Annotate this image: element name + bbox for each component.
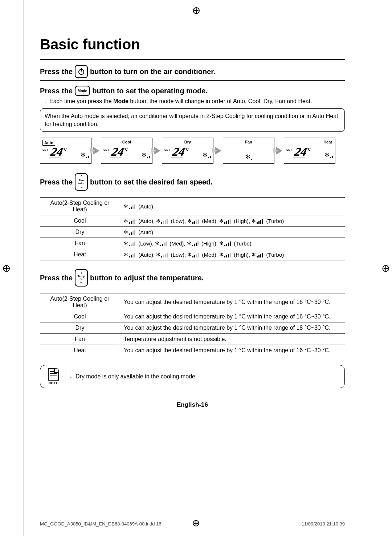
fan-speed-icon: ✻ [156, 252, 168, 257]
fan-button-icon: ⌃ Fan min. ⌄ [75, 173, 88, 191]
mode-card-label: Fan [245, 140, 252, 144]
table-row: CoolYou can adjust the desired temperatu… [40, 311, 345, 322]
step-power: Press the button to turn on the air cond… [40, 65, 345, 78]
title-underline [40, 59, 345, 60]
registration-mark-top: ⊕ [192, 4, 200, 16]
temp-button-icon: + Temp hr. − [75, 269, 88, 287]
table-row: Cool✻ (Auto), ✻ (Low), ✻ (Med), ✻ (High)… [40, 215, 345, 227]
note-text: Dry mode is only available in the coolin… [70, 373, 197, 380]
note-icon [48, 368, 59, 381]
fan-speed-icon: ✻ [124, 229, 135, 235]
fan-icon: ✻ [203, 151, 211, 158]
fan-speed-icon: ✻ [219, 252, 231, 257]
table-row: Auto(2-Step Cooling or Heat)You can adju… [40, 293, 345, 311]
mode-card: HeatSET24°C✻ [284, 138, 335, 164]
registration-mark-left: ⊕ [2, 262, 11, 274]
note-label: NOTE [48, 381, 58, 385]
arrow-icon [93, 147, 99, 155]
note-icon-wrap: NOTE [45, 368, 65, 385]
table-row: HeatYou can adjust the desired temperatu… [40, 345, 345, 356]
fan-speed-icon: ✻ [124, 218, 135, 224]
rule [40, 80, 345, 81]
power-icon [78, 68, 85, 75]
table-row: FanTemperature adjustment is not possibl… [40, 334, 345, 345]
fan-icon: ✻ [245, 153, 252, 160]
fan-speed-icon: ✻ [219, 218, 231, 224]
mode-card-label: Heat [323, 140, 332, 144]
fan-speed-table: Auto(2-Step Cooling or Heat)✻ (Auto)Cool… [40, 197, 345, 260]
fan-speed-icon: ✻ [252, 252, 263, 257]
note-box: NOTE Dry mode is only available in the c… [40, 365, 345, 388]
mode-bullet: Each time you press the Mode button, the… [45, 98, 345, 105]
temperature-table: Auto(2-Step Cooling or Heat)You can adju… [40, 293, 345, 356]
fan-speed-icon: ✻ [187, 252, 199, 257]
mode-card: CoolSET24°C✻ [101, 138, 152, 164]
mode-cards-row: AutoSET24°C✻CoolSET24°C✻DrySET24°C✻Fan✻H… [40, 138, 345, 164]
table-row: Fan✻ (Low), ✻ (Med), ✻ (High), ✻ (Turbo) [40, 238, 345, 249]
fan-icon: ✻ [142, 151, 150, 158]
table-row: Auto(2-Step Cooling or Heat)✻ (Auto) [40, 198, 345, 215]
fan-speed-icon: ✻ [187, 240, 199, 246]
minus-icon: − [80, 281, 82, 285]
arrow-icon [154, 147, 160, 155]
fan-speed-icon: ✻ [252, 218, 263, 224]
mode-button-icon: Mode [75, 86, 90, 96]
mode-card: AutoSET24°C✻ [40, 138, 91, 164]
fan-speed-icon: ✻ [156, 218, 168, 224]
footer-file: MG_GOOD_A3050_IB&IM_EN_DB68-04069A-00.in… [40, 521, 162, 527]
fan-speed-icon: ✻ [124, 240, 135, 246]
mode-card-label: Auto [42, 140, 55, 146]
fan-icon: ✻ [324, 151, 333, 158]
chevron-down-icon: ⌄ [80, 185, 83, 189]
step-mode: Press the Mode button to set the operati… [40, 86, 345, 96]
fan-speed-icon: ✻ [219, 240, 231, 246]
crop-guide-left [23, 0, 24, 536]
step-fan: Press the ⌃ Fan min. ⌄ button to set the… [40, 173, 345, 191]
page-title: Basic function [40, 36, 345, 53]
fan-speed-icon: ✻ [124, 252, 135, 257]
fan-speed-icon: ✻ [124, 203, 135, 209]
fan-speed-icon: ✻ [187, 218, 199, 224]
page-content: Basic function Press the button to turn … [40, 36, 345, 409]
page-number: English-16 [40, 401, 345, 409]
fan-speed-icon: ✻ [155, 240, 167, 246]
footer-timestamp: 11/09/2013 21:10:39 [302, 521, 345, 527]
mode-card-label: Cool [122, 140, 131, 144]
mode-card-label: Dry [184, 140, 191, 144]
registration-mark-right: ⊕ [381, 262, 390, 274]
mode-auto-note: When the Auto mode is selected, air cond… [40, 108, 345, 132]
table-row: Dry✻ (Auto) [40, 227, 345, 238]
mode-card: DrySET24°C✻ [162, 138, 213, 164]
power-button-icon [75, 65, 88, 78]
fan-icon: ✻ [81, 151, 89, 158]
print-footer: MG_GOOD_A3050_IB&IM_EN_DB68-04069A-00.in… [40, 521, 345, 527]
table-row: Heat✻ (Auto), ✻ (Low), ✻ (Med), ✻ (High)… [40, 249, 345, 260]
arrow-icon [276, 147, 282, 155]
table-row: DryYou can adjust the desired temperatur… [40, 322, 345, 334]
mode-card: Fan✻ [223, 138, 274, 164]
arrow-icon [215, 147, 221, 155]
step-temp: Press the + Temp hr. − button to adjust … [40, 269, 345, 287]
